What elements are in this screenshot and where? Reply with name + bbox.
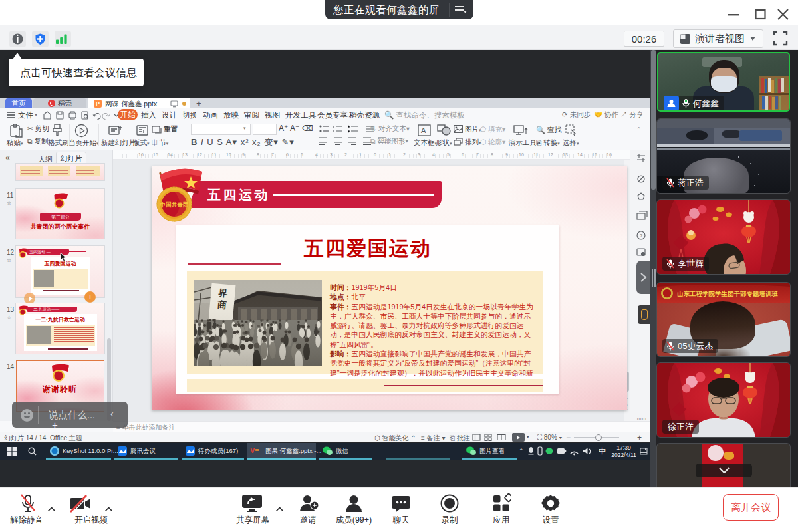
svg-text:12: 12 [197,152,202,157]
svg-text:A: A [421,126,426,134]
svg-text:4: 4 [315,152,318,157]
svg-text:?: ? [640,233,643,239]
svg-text:11: 11 [533,152,538,157]
svg-text:3: 3 [418,152,420,157]
svg-text:6: 6 [286,152,289,157]
svg-text:16: 16 [606,152,612,157]
svg-text:山东工程学院学生团干部专题培训班: 山东工程学院学生团干部专题培训班 [677,290,779,297]
svg-text:15: 15 [153,152,158,157]
svg-text:9: 9 [505,152,508,157]
svg-text:5: 5 [301,152,303,157]
svg-text:8: 8 [257,152,259,157]
svg-text:中国共青团: 中国共青团 [160,201,189,208]
svg-text:10: 10 [519,152,524,157]
svg-text:5: 5 [447,152,450,157]
svg-text:6: 6 [462,152,464,157]
svg-text:13: 13 [182,152,188,157]
svg-text:7: 7 [271,152,274,157]
svg-text:15: 15 [592,152,597,157]
svg-text:1: 1 [388,152,391,157]
svg-text:2: 2 [403,152,406,157]
svg-text:9: 9 [242,152,245,157]
svg-text:12: 12 [548,152,553,157]
svg-text:4: 4 [432,152,435,157]
svg-text:0: 0 [374,152,376,157]
svg-text:10: 10 [226,152,231,157]
svg-text:14: 14 [577,152,583,157]
svg-text:14: 14 [168,152,173,157]
svg-text:1: 1 [359,152,362,157]
svg-text:7: 7 [476,152,479,157]
svg-text:3: 3 [330,152,332,157]
svg-text:11: 11 [211,152,216,157]
svg-text:13: 13 [563,152,568,157]
svg-text:16: 16 [138,152,144,157]
svg-text:8: 8 [491,152,493,157]
svg-text:2: 2 [344,152,347,157]
